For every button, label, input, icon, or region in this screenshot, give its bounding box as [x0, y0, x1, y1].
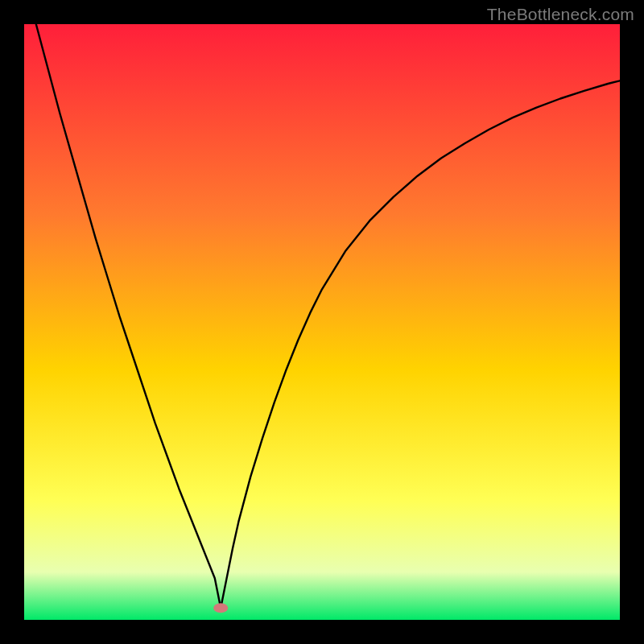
- minimum-marker: [213, 603, 228, 613]
- gradient-background: [24, 24, 620, 620]
- chart-svg: [24, 24, 620, 620]
- chart-frame: TheBottleneck.com: [0, 0, 644, 644]
- chart-plot-area: [24, 24, 620, 620]
- attribution-text: TheBottleneck.com: [487, 5, 634, 24]
